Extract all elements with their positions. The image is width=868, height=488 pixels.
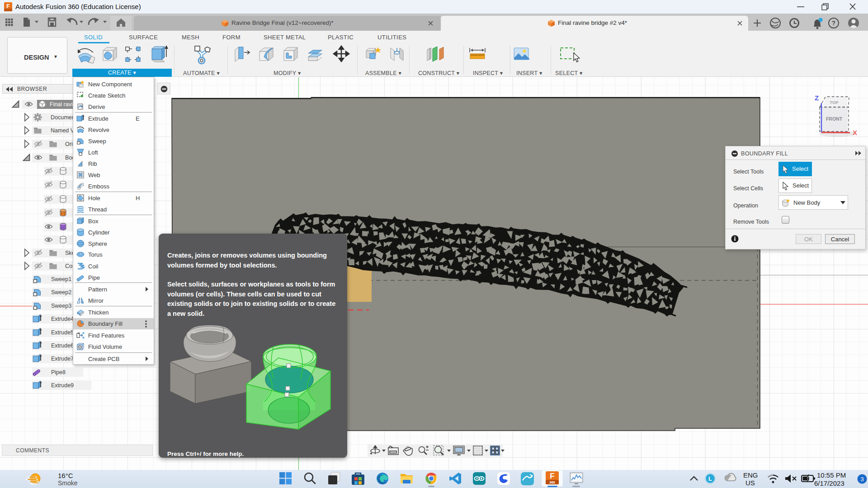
svg-text:US: US — [745, 479, 755, 487]
svg-text:360: 360 — [549, 480, 555, 484]
svg-text:6/17/2023: 6/17/2023 — [814, 479, 844, 487]
svg-text:X: X — [853, 129, 857, 136]
svg-text:ENG: ENG — [743, 471, 758, 479]
svg-text:FRONT: FRONT — [826, 116, 843, 122]
svg-text:TOP: TOP — [830, 100, 839, 105]
svg-text:Z: Z — [815, 94, 819, 102]
svg-text:L: L — [708, 475, 712, 482]
svg-text:F: F — [550, 472, 554, 480]
svg-text:?: ? — [832, 19, 836, 27]
svg-text:10:55 PM: 10:55 PM — [817, 471, 846, 479]
svg-text:3: 3 — [860, 476, 863, 483]
svg-text:F: F — [6, 3, 9, 9]
